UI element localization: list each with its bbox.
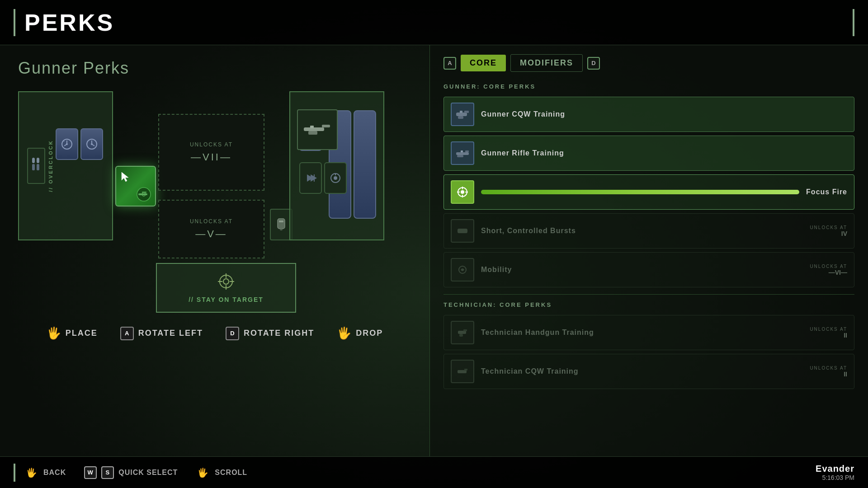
bursts-unlock-badge: UNLOCKS AT IV	[810, 225, 847, 237]
stay-on-target-label: // STAY ON TARGET	[189, 296, 264, 303]
rotate-left-label: ROTATE LEFT	[138, 328, 203, 338]
svg-rect-3	[37, 164, 39, 170]
tech-cqw-unlock-badge: UNLOCKS AT II	[810, 366, 847, 378]
overclock-section: // OVERCLOCK	[18, 91, 113, 240]
svg-rect-1	[32, 164, 35, 170]
tab-modifiers[interactable]: MODIFIERS	[510, 54, 583, 72]
place-icon: 🖐	[47, 326, 61, 340]
svg-rect-14	[278, 219, 285, 229]
handgun-icon	[456, 326, 469, 339]
svg-rect-46	[461, 150, 463, 152]
quick-select-label: QUICK SELECT	[118, 469, 178, 477]
main-content: Gunner Perks // OVERCLOCK	[0, 45, 868, 456]
bottom-controls: 🖐 BACK W S QUICK SELECT 🖐 SCROLL	[24, 465, 247, 480]
svg-rect-15	[279, 221, 283, 222]
tab-core[interactable]: CORE	[461, 55, 506, 71]
tab-a-key: A	[443, 57, 456, 70]
rotate-right-label: ROTATE RIGHT	[244, 328, 314, 338]
back-icon: 🖐	[24, 465, 39, 480]
bursts-unlock-label: UNLOCKS AT	[810, 225, 847, 230]
svg-rect-42	[460, 111, 462, 113]
perk-gunner-rifle[interactable]: Gunner Rifle Training	[443, 136, 854, 171]
dial-icon	[329, 172, 342, 184]
perk-tech-handgun: Technician Handgun Training UNLOCKS AT I…	[443, 315, 854, 350]
unlock-level-vii: —VII—	[191, 151, 232, 163]
svg-point-48	[461, 190, 464, 194]
right-panel: A CORE MODIFIERS D GUNNER: CORE PERKS Gu…	[429, 45, 868, 456]
tech-cqw-icon	[456, 365, 469, 378]
perk-name-focus: Focus Fire	[806, 188, 847, 196]
drop-label: DROP	[356, 328, 383, 338]
back-label: BACK	[43, 469, 66, 477]
unlock-level-v: —V—	[195, 228, 227, 240]
active-perk-slot[interactable]	[115, 166, 156, 206]
clock-icon	[85, 138, 98, 150]
scroll-control[interactable]: 🖐 SCROLL	[196, 465, 247, 480]
perk-name-bursts: Short, Controlled Bursts	[481, 227, 576, 235]
cqw-icon	[455, 107, 470, 122]
bursts-icon	[456, 225, 469, 237]
svg-rect-53	[458, 229, 467, 233]
overclock-label: // OVERCLOCK	[48, 140, 53, 192]
skip2-icon	[304, 172, 317, 184]
bottom-bar-accent	[14, 464, 15, 482]
svg-rect-56	[463, 329, 467, 331]
perk-icon-mobility	[451, 258, 474, 282]
svg-rect-36	[322, 125, 330, 127]
svg-point-9	[66, 143, 68, 145]
svg-rect-37	[308, 131, 317, 135]
rotate-left-action[interactable]: A ROTATE LEFT	[120, 327, 203, 340]
perk-board: // OVERCLOCK	[18, 91, 384, 313]
unlock-box-v: UNLOCKS AT —V—	[158, 200, 264, 258]
frag-slot-long-2[interactable]	[354, 110, 376, 219]
user-info: Evander 5:16:03 PM	[816, 464, 854, 481]
frag-slot-active-row-1[interactable]	[299, 162, 322, 194]
place-action: 🖐 PLACE	[47, 326, 98, 340]
svg-rect-0	[32, 158, 35, 163]
perk-icon-focus	[451, 180, 474, 204]
drop-action: 🖐 DROP	[337, 326, 383, 340]
quick-select-key-w: W	[84, 466, 97, 479]
technician-core-header: TECHNICIAN: CORE PERKS	[443, 301, 854, 308]
rotate-left-key: A	[120, 327, 134, 340]
divider	[443, 294, 854, 295]
perk-name-cqw: Gunner CQW Training	[481, 110, 565, 118]
mobility-unlock-level: —VI—	[829, 269, 847, 276]
focus-icon	[455, 185, 470, 199]
mobility-unlock-label: UNLOCKS AT	[810, 264, 847, 269]
slot-blue-1[interactable]	[80, 128, 103, 160]
top-bar-accent	[14, 9, 15, 36]
mobility-icon	[456, 263, 469, 276]
focus-fire-bar-container	[481, 190, 799, 194]
top-bar-right-accent	[853, 9, 854, 36]
svg-rect-38	[310, 126, 314, 128]
svg-rect-43	[456, 152, 469, 155]
slot-blue-2[interactable]	[56, 128, 78, 160]
page-title: PERKS	[24, 9, 114, 36]
user-time: 5:16:03 PM	[816, 474, 854, 481]
clock-icon-2	[61, 138, 73, 150]
bullets-icon	[31, 158, 42, 174]
back-control[interactable]: 🖐 BACK	[24, 465, 66, 480]
top-bar: PERKS	[0, 0, 868, 45]
rifle-icon	[304, 123, 331, 136]
svg-rect-39	[456, 113, 467, 116]
quick-select-control[interactable]: W S QUICK SELECT	[84, 466, 178, 479]
perk-tech-cqw: Technician CQW Training UNLOCKS AT II	[443, 354, 854, 389]
perk-focus-fire[interactable]: Focus Fire	[443, 174, 854, 210]
left-panel: Gunner Perks // OVERCLOCK	[0, 45, 429, 456]
frag-slot-active-row-2[interactable]	[324, 162, 347, 194]
svg-rect-11	[138, 193, 147, 195]
quick-select-key-s: S	[101, 466, 114, 479]
stay-on-target-section: // STAY ON TARGET	[156, 263, 296, 313]
perk-icon-tech-cqw	[451, 360, 474, 383]
svg-rect-2	[37, 158, 39, 163]
perk-gunner-cqw[interactable]: Gunner CQW Training	[443, 97, 854, 132]
perk-icon-rifle	[451, 141, 474, 165]
perk-mobility: Mobility UNLOCKS AT —VI—	[443, 252, 854, 287]
svg-rect-35	[304, 127, 324, 131]
perk-name-tech-handgun: Technician Handgun Training	[481, 328, 594, 337]
tabs-row: A CORE MODIFIERS D	[443, 54, 854, 72]
weapon-slot-top[interactable]	[297, 109, 338, 150]
rotate-right-action[interactable]: D ROTATE RIGHT	[226, 327, 314, 340]
